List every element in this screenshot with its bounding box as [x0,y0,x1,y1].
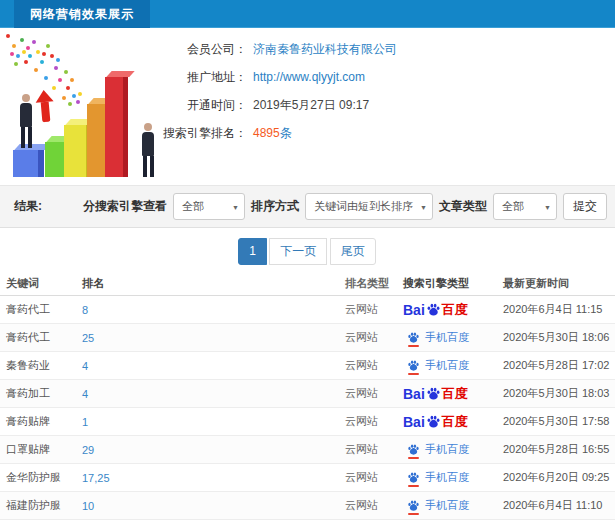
filter-bar: 结果: 分搜索引擎查看 全部 排序方式 关键词由短到长排序 文章类型 全部 提交 [0,185,615,228]
rank-type-cell: 云网站 [345,442,403,457]
baidu-logo: Bai 百度 [403,413,468,431]
table-row: 膏药贴牌 1 云网站 Bai 百度 2020年5月30日 17:58 [0,408,615,436]
keyword-cell: 膏药贴牌 [0,414,82,429]
updated-time-cell: 2020年5月30日 18:03 [503,386,615,401]
mobile-baidu-badge: 手机百度 [407,330,469,345]
mobile-baidu-badge: 手机百度 [407,442,469,457]
baidu-logo-du-text: 百度 [442,385,468,403]
rank-type-cell: 云网站 [345,414,403,429]
member-company-row: 会员公司： 济南秦鲁药业科技有限公司 [155,35,610,63]
page-1-button[interactable]: 1 [238,238,267,265]
engine-label: 手机百度 [425,330,469,345]
next-page-button[interactable]: 下一页 [269,238,327,265]
table-row: 膏药代工 25 云网站 手机百度 2020年5月30日 18:06 [0,324,615,352]
table-row: 福建防护服 10 云网站 手机百度 2020年6月4日 11:10 [0,492,615,520]
header-updated: 最新更新时间 [503,276,615,291]
table-row: 金华防护服 17,25 云网站 手机百度 2020年6月20日 09:25 [0,464,615,492]
baidu-logo-du-text: 百度 [442,301,468,319]
updated-time-cell: 2020年5月30日 18:06 [503,330,615,345]
top-bar: 网络营销效果展示 [0,0,615,28]
sort-filter-label: 排序方式 [251,198,299,215]
ranking-count-row: 搜索引擎排名： 4895 条 [155,119,610,147]
confetti-decoration [6,34,10,38]
member-company-link[interactable]: 济南秦鲁药业科技有限公司 [253,35,397,63]
engine-cell: 手机百度 [403,498,503,513]
baidu-paw-icon [426,414,441,429]
engine-cell: Bai 百度 [403,301,503,319]
updated-time-cell: 2020年6月20日 09:25 [503,470,615,485]
submit-button[interactable]: 提交 [563,193,607,220]
updated-time-cell: 2020年5月28日 17:02 [503,358,615,373]
ranking-count-value: 4895 [253,119,280,147]
bar-blue [13,150,44,177]
updated-time-cell: 2020年5月30日 17:58 [503,414,615,429]
baidu-logo: Bai 百度 [403,385,468,403]
rank-link[interactable]: 25 [82,332,94,344]
promo-url-label: 推广地址： [155,63,247,91]
last-page-button[interactable]: 尾页 [330,238,376,265]
result-label: 结果: [14,198,42,215]
header-keyword: 关键词 [0,276,82,291]
member-info: 会员公司： 济南秦鲁药业科技有限公司 推广地址： http://www.qlyy… [155,35,610,147]
keyword-cell: 金华防护服 [0,470,82,485]
rank-link[interactable]: 8 [82,304,88,316]
header-engine-type: 搜索引擎类型 [403,276,503,291]
updated-time-cell: 2020年5月28日 16:55 [503,442,615,457]
ranking-count-label: 搜索引擎排名： [155,119,247,147]
baidu-logo-du-text: 百度 [442,413,468,431]
engine-filter-select[interactable]: 全部 [173,193,245,220]
ranking-count-unit: 条 [280,119,292,147]
table-row: 膏药代工 8 云网站 Bai 百度 2020年6月4日 11:15 [0,296,615,324]
member-company-label: 会员公司： [155,35,247,63]
promo-url-row: 推广地址： http://www.qlyyjt.com [155,63,610,91]
open-date-row: 开通时间： 2019年5月27日 09:17 [155,91,610,119]
rank-link[interactable]: 17,25 [82,472,110,484]
updated-time-cell: 2020年6月4日 11:15 [503,302,615,317]
rank-link[interactable]: 4 [82,360,88,372]
rank-link[interactable]: 10 [82,500,94,512]
table-row: 口罩贴牌 29 云网站 手机百度 2020年5月28日 16:55 [0,436,615,464]
engine-label: 手机百度 [425,498,469,513]
keyword-cell: 福建防护服 [0,498,82,513]
keyword-cell: 膏药加工 [0,386,82,401]
mobile-baidu-badge: 手机百度 [407,358,469,373]
engine-label: 手机百度 [425,470,469,485]
baidu-paw-icon [426,386,441,401]
rank-link[interactable]: 4 [82,388,88,400]
keyword-cell: 秦鲁药业 [0,358,82,373]
rank-type-cell: 云网站 [345,386,403,401]
article-type-select[interactable]: 全部 [493,193,557,220]
bar-red [105,77,128,177]
baidu-logo-bai-text: Bai [403,386,425,402]
up-arrow-icon [35,89,56,122]
table-header-row: 关键词 排名 排名类型 搜索引擎类型 最新更新时间 [0,272,615,296]
header-rank: 排名 [82,276,345,291]
mobile-baidu-badge: 手机百度 [407,470,469,485]
page-title: 网络营销效果展示 [14,0,150,28]
filter-controls: 分搜索引擎查看 全部 排序方式 关键词由短到长排序 文章类型 全部 提交 [83,193,607,220]
mobile-baidu-paw-icon [407,359,420,372]
mobile-baidu-paw-icon [407,499,420,512]
baidu-logo-bai-text: Bai [403,302,425,318]
keyword-cell: 膏药代工 [0,330,82,345]
rank-link[interactable]: 29 [82,444,94,456]
rank-type-cell: 云网站 [345,302,403,317]
baidu-paw-icon [426,302,441,317]
rank-link[interactable]: 1 [82,416,88,428]
pagination: 1 下一页 尾页 [0,238,615,265]
rank-type-cell: 云网站 [345,330,403,345]
engine-label: 手机百度 [425,358,469,373]
sort-filter-select[interactable]: 关键词由短到长排序 [305,193,433,220]
engine-cell: 手机百度 [403,330,503,345]
mobile-baidu-paw-icon [407,331,420,344]
engine-cell: 手机百度 [403,358,503,373]
promo-url-link[interactable]: http://www.qlyyjt.com [253,63,365,91]
rank-type-cell: 云网站 [345,470,403,485]
table-row: 秦鲁药业 4 云网站 手机百度 2020年5月28日 17:02 [0,352,615,380]
baidu-logo: Bai 百度 [403,301,468,319]
engine-filter-label: 分搜索引擎查看 [83,198,167,215]
table-row: 膏药加工 4 云网站 Bai 百度 2020年5月30日 18:03 [0,380,615,408]
open-date-value: 2019年5月27日 09:17 [253,91,369,119]
mobile-baidu-paw-icon [407,443,420,456]
open-date-label: 开通时间： [155,91,247,119]
